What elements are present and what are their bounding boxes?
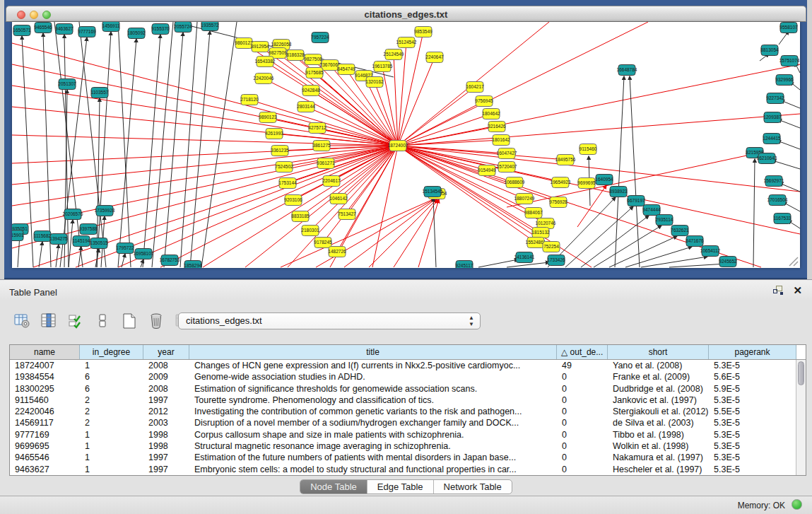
graph-node-1650571[interactable]: 1650571 xyxy=(13,25,31,36)
table-mode-icon[interactable] xyxy=(93,312,112,330)
table-row[interactable]: 977716911998Corpus callosum shape and si… xyxy=(10,429,806,440)
graph-node-18807249[interactable]: 18807249 xyxy=(514,194,535,204)
table-selector-dropdown[interactable]: citations_edges.txt ▲▼ xyxy=(178,313,481,329)
graph-node-9115460[interactable]: 9115460 xyxy=(579,144,597,155)
graph-node-9827508[interactable]: 9827508 xyxy=(304,54,322,65)
graph-node-9860123[interactable]: 9860123 xyxy=(235,38,253,49)
graph-node-1209387[interactable]: 1209387 xyxy=(763,112,782,123)
graph-node-4261993[interactable]: 4261993 xyxy=(265,129,283,139)
graph-node-3915901[interactable]: 3915901 xyxy=(12,230,24,241)
graph-node-9756928[interactable]: 9756928 xyxy=(549,197,567,208)
graph-node-16210643[interactable]: 16210643 xyxy=(757,153,777,164)
graph-node-19654923[interactable]: 19654923 xyxy=(551,177,571,188)
graph-node-9756945[interactable]: 9756945 xyxy=(475,96,493,107)
table-row[interactable]: 1938455462009Genome-wide association stu… xyxy=(10,371,806,382)
graph-node-8912954[interactable]: 8912954 xyxy=(251,42,269,52)
graph-node-4275712[interactable]: 4275712 xyxy=(308,123,326,134)
graph-node-2718120[interactable]: 2718120 xyxy=(240,95,259,105)
table-row[interactable]: 1830029562008Estimation of significance … xyxy=(10,383,806,395)
graph-node-8454749[interactable]: 8454749 xyxy=(337,64,355,75)
graph-node-18495756[interactable]: 18495756 xyxy=(555,155,576,165)
graph-node-9329966[interactable]: 9329966 xyxy=(775,75,794,86)
scrollbar-thumb[interactable] xyxy=(798,361,804,385)
graph-node-1145194[interactable]: 1145194 xyxy=(73,236,90,247)
table-row[interactable]: 911546021997Tourette syndrome. Phenomeno… xyxy=(10,395,806,406)
graph-node-9463627[interactable]: 9463627 xyxy=(55,24,73,35)
graph-node-9474444[interactable]: 9474444 xyxy=(642,205,661,216)
graph-node-9397588[interactable]: 9397588 xyxy=(79,224,98,235)
column-header-out_de[interactable]: △ out_de... xyxy=(557,345,608,359)
graph-node-2803144[interactable]: 2803144 xyxy=(297,102,315,112)
graph-node-9245652[interactable]: 9245652 xyxy=(719,257,737,267)
graph-node-1733426[interactable]: 1733426 xyxy=(547,255,565,266)
graph-node-16047427[interactable]: 16047427 xyxy=(497,148,517,159)
graph-node-9154949[interactable]: 9154949 xyxy=(478,165,496,176)
graph-node-7513427[interactable]: 7513427 xyxy=(338,209,356,220)
network-window-titlebar[interactable]: citations_edges.txt xyxy=(6,6,806,22)
graph-node-7957224[interactable]: 7957224 xyxy=(311,33,329,43)
new-file-icon[interactable] xyxy=(120,312,139,330)
graph-node-7524502[interactable]: 7524502 xyxy=(275,162,293,173)
graph-node-1320162[interactable]: 1320162 xyxy=(365,77,384,88)
table-row[interactable]: 969969511998Structural magnetic resonanc… xyxy=(10,440,806,452)
tab-node-table[interactable]: Node Table xyxy=(300,480,367,493)
graph-node-15720407[interactable]: 15720407 xyxy=(497,162,517,173)
graph-node-1604217[interactable]: 1604217 xyxy=(466,82,484,93)
graph-node-9777169[interactable]: 9777169 xyxy=(78,27,96,37)
table-scrollbar[interactable] xyxy=(796,360,806,475)
graph-node-9699695[interactable]: 9699695 xyxy=(577,178,596,189)
graph-node-9175685[interactable]: 9175685 xyxy=(305,68,324,78)
graph-node-8833185[interactable]: 8833185 xyxy=(291,211,310,222)
column-header-pagerank[interactable]: pagerank xyxy=(709,345,796,359)
graph-node-9558107[interactable]: 9558107 xyxy=(779,23,798,33)
graph-node-1244415[interactable]: 1244415 xyxy=(763,134,781,144)
graph-node-1167533[interactable]: 1167533 xyxy=(774,214,792,224)
citation-network-graph[interactable]: 1872400798601238912954182260589827509818… xyxy=(12,22,800,268)
table-row[interactable]: 2242004622012Investigating the contribut… xyxy=(10,406,806,417)
graph-node-1350515[interactable]: 1350515 xyxy=(90,238,108,249)
graph-node-1640954[interactable]: 1640954 xyxy=(595,175,613,185)
graph-node-9155370[interactable]: 9155370 xyxy=(151,24,170,35)
graph-node-20206576[interactable]: 20206576 xyxy=(63,209,83,220)
graph-node-19613785[interactable]: 19613785 xyxy=(372,62,393,72)
graph-node-1858294[interactable]: 1858294 xyxy=(184,261,202,269)
graph-node-1804642[interactable]: 1804642 xyxy=(482,109,500,119)
graph-node-2051307[interactable]: 2051307 xyxy=(58,79,76,90)
graph-node-7632621[interactable]: 7632621 xyxy=(671,226,689,236)
graph-node-9245117[interactable]: 9245117 xyxy=(456,261,473,269)
column-header-in_degree[interactable]: in_degree xyxy=(80,345,143,359)
graph-node-1935572[interactable]: 1935572 xyxy=(201,22,219,31)
graph-node-8186328[interactable]: 8186328 xyxy=(286,50,305,61)
graph-node-16648784[interactable]: 16648784 xyxy=(617,65,637,76)
graph-node-2240647[interactable]: 2240647 xyxy=(425,52,444,63)
column-header-name[interactable]: name xyxy=(10,345,80,359)
graph-node-8471676[interactable]: 8471676 xyxy=(686,236,704,247)
column-header-year[interactable]: year xyxy=(143,345,189,359)
graph-node-9203106[interactable]: 9203106 xyxy=(284,195,302,206)
table-settings-icon[interactable] xyxy=(13,312,31,330)
table-row[interactable]: 1872400712008Changes of HCN gene express… xyxy=(10,360,806,371)
graph-node-15751074[interactable]: 15751074 xyxy=(779,56,800,66)
graph-node-1456911[interactable]: 1456911 xyxy=(102,22,120,32)
row-select-icon[interactable] xyxy=(66,312,85,330)
graph-node-1795722[interactable]: 1795722 xyxy=(116,243,134,254)
graph-node-9853549[interactable]: 9853549 xyxy=(414,27,433,37)
table-row[interactable]: 946554611997Estimation of the future num… xyxy=(10,452,806,463)
graph-node-9361271[interactable]: 9361271 xyxy=(317,158,335,169)
tab-edge-table[interactable]: Edge Table xyxy=(367,480,434,493)
graph-node-8813054[interactable]: 8813054 xyxy=(760,45,779,56)
graph-node-25124549[interactable]: 25124549 xyxy=(384,49,404,60)
memory-status-indicator[interactable] xyxy=(792,499,802,510)
graph-node-10688609[interactable]: 10688609 xyxy=(505,177,525,188)
graph-node-15134545[interactable]: 15134545 xyxy=(423,187,443,197)
graph-node-9884067[interactable]: 9884067 xyxy=(524,208,543,218)
graph-node-3861275[interactable]: 3861275 xyxy=(312,141,331,151)
graph-node-1815132[interactable]: 1815132 xyxy=(531,228,550,238)
graph-node-17016504[interactable]: 17016504 xyxy=(767,195,788,206)
graph-node-15124542[interactable]: 15124542 xyxy=(396,37,417,48)
graph-node-1394275[interactable]: 1394275 xyxy=(49,234,68,245)
graph-node-6679197[interactable]: 6679197 xyxy=(627,196,645,206)
graph-node-9178245[interactable]: 9178245 xyxy=(314,238,332,248)
graph-node-1103557[interactable]: 1103557 xyxy=(91,88,109,98)
graph-node-22420046[interactable]: 22420046 xyxy=(254,74,274,84)
